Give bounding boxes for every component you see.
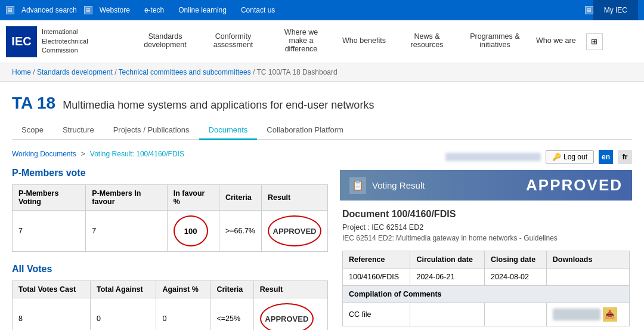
breadcrumb: Home / Standards development / Technical… — [0, 63, 644, 82]
allvotes-section-title: All Votes — [12, 264, 328, 275]
my-iec-label: My IEC — [604, 6, 627, 14]
result-row: 100/4160/FDIS 2024-06-21 2024-08-02 — [343, 269, 630, 286]
logo-line1: International — [42, 27, 88, 36]
breadcrumb-technical-committees[interactable]: Technical committees and subcommittees — [119, 68, 251, 76]
nav-conformity-assessment[interactable]: Conformity assessment — [199, 20, 267, 63]
tab-documents[interactable]: Documents — [199, 121, 258, 140]
pmembers-result-value: APPROVED — [273, 227, 317, 236]
voting-result-title: Voting Result — [372, 180, 425, 190]
pmembers-pct-cell: 100 — [167, 211, 219, 252]
compilation-row: Compilation of Comments — [343, 286, 630, 303]
logo-line3: Commission — [42, 46, 88, 55]
logout-icon: 🔑 — [552, 153, 561, 161]
left-panel: Working Documents > Voting Result: 100/4… — [12, 150, 328, 330]
pmembers-col-voting: P-Members Voting — [13, 185, 86, 211]
advanced-search-icon: ⊞ — [6, 6, 14, 14]
doc-nav: Working Documents > Voting Result: 100/4… — [12, 150, 328, 158]
allvotes-result-cell: APPROVED — [253, 298, 327, 331]
pmembers-infavour-value: 7 — [86, 211, 167, 252]
allvotes-col-result: Result — [253, 281, 327, 298]
logo-text: International Electrotechnical Commissio… — [42, 27, 88, 55]
right-panel: 🔑 Log out en fr 📋 Voting Result APPROVED… — [340, 150, 632, 330]
nav-items: Standards development Conformity assessm… — [131, 20, 638, 63]
doc-nav-current[interactable]: Voting Result: 100/4160/FDIS — [90, 150, 184, 158]
nav-where-we-make-difference[interactable]: Where we make a difference — [267, 20, 335, 63]
result-col-reference: Reference — [343, 251, 410, 269]
breadcrumb-current: TC 100/TA 18 Dashboard — [256, 68, 337, 76]
allvotes-criteria-value: <=25% — [210, 298, 253, 331]
nav-search-icon[interactable]: ⊞ — [586, 33, 603, 50]
doc-number: Document 100/4160/FDIS — [342, 209, 630, 220]
cc-file-label: CC file — [343, 303, 410, 326]
tab-projects-publications[interactable]: Projects / Publications — [104, 121, 199, 140]
cc-file-row: CC file 📥 — [343, 303, 630, 326]
nav-who-we-are[interactable]: Who we are — [529, 20, 583, 63]
cc-download-area: 📥 — [553, 307, 623, 322]
tab-collaboration-platform[interactable]: Collaboration Platform — [257, 121, 353, 140]
result-table: Reference Circulation date Closing date … — [342, 251, 630, 326]
breadcrumb-standards-development[interactable]: Standards development — [37, 68, 113, 76]
allvotes-col-total: Total Votes Cast — [13, 281, 91, 298]
pmembers-criteria-value: >=66.7% — [219, 211, 261, 252]
cc-file-download-cell: 📥 — [546, 303, 629, 326]
user-info-blurred — [445, 153, 541, 161]
voting-result-header: 📋 Voting Result APPROVED — [340, 170, 632, 201]
page-title: TA 18 Multimedia home systems and applic… — [12, 94, 632, 113]
cc-download-blurred — [553, 309, 600, 320]
contact-us-label: Contact us — [241, 6, 275, 14]
voting-result-left: 📋 Voting Result — [349, 177, 425, 194]
contact-us-link[interactable]: Contact us — [234, 0, 282, 20]
advanced-search-link[interactable]: Advanced search — [14, 0, 84, 20]
download-icon[interactable]: 📥 — [603, 307, 617, 322]
result-circulation-date: 2024-06-21 — [410, 269, 485, 286]
my-iec-button[interactable]: My IEC — [593, 0, 638, 20]
logout-button[interactable]: 🔑 Log out — [546, 150, 594, 164]
logo-box: IEC — [6, 26, 37, 57]
pmembers-row: 7 7 100 >=66.7% APPROVED — [13, 211, 328, 252]
logo[interactable]: IEC International Electrotechnical Commi… — [6, 26, 113, 57]
allvotes-pct-value: 0 — [156, 298, 210, 331]
pmembers-voting-value: 7 — [13, 211, 86, 252]
nav-bar: IEC International Electrotechnical Commi… — [0, 20, 644, 63]
nav-who-benefits[interactable]: Who benefits — [335, 20, 393, 63]
top-bar: ⊞ Advanced search ⊞ Webstore e-tech Onli… — [0, 0, 644, 20]
result-downloads — [546, 269, 629, 286]
doc-nav-parent[interactable]: Working Documents — [12, 150, 76, 158]
lang-en-button[interactable]: en — [599, 150, 613, 164]
allvotes-table: Total Votes Cast Total Against Against %… — [12, 280, 328, 330]
allvotes-result-circle: APPROVED — [260, 303, 314, 330]
pmembers-section-title: P-Members vote — [12, 168, 328, 178]
webstore-label: Webstore — [100, 6, 130, 14]
online-learning-label: Online learning — [178, 6, 227, 14]
breadcrumb-home[interactable]: Home — [12, 68, 31, 76]
page-content: TA 18 Multimedia home systems and applic… — [0, 82, 644, 330]
pmembers-col-pct: In favour % — [167, 185, 219, 211]
pmembers-col-criteria: Criteria — [219, 185, 261, 211]
tab-scope[interactable]: Scope — [12, 121, 53, 140]
pmembers-table: P-Members Voting P-Members In favour In … — [12, 184, 328, 252]
etech-link[interactable]: e-tech — [137, 0, 171, 20]
nav-news-resources[interactable]: News & resources — [393, 20, 461, 63]
result-reference: 100/4160/FDIS — [343, 269, 410, 286]
allvotes-col-criteria: Criteria — [210, 281, 253, 298]
doc-project: Project : IEC 62514 ED2 — [342, 223, 630, 232]
auth-bar: 🔑 Log out en fr — [340, 150, 632, 164]
doc-info: Document 100/4160/FDIS Project : IEC 625… — [340, 209, 632, 330]
in-favour-pct-circle: 100 — [174, 215, 208, 246]
pmembers-result-cell: APPROVED — [261, 211, 327, 252]
compilation-label: Compilation of Comments — [343, 286, 630, 303]
tab-structure[interactable]: Structure — [53, 121, 104, 140]
title-description: Multimedia home systems and applications… — [63, 99, 374, 112]
webstore-link[interactable]: Webstore — [92, 0, 137, 20]
allvotes-result-value: APPROVED — [265, 314, 308, 323]
in-favour-pct-value: 100 — [184, 227, 197, 236]
nav-programmes-initiatives[interactable]: Programmes & initiatives — [461, 20, 529, 63]
lang-fr-button[interactable]: fr — [618, 150, 632, 164]
nav-standards-development[interactable]: Standards development — [131, 20, 199, 63]
logo-line2: Electrotechnical — [42, 37, 88, 46]
main-layout: Working Documents > Voting Result: 100/4… — [12, 150, 632, 330]
pmembers-result-circle: APPROVED — [268, 215, 321, 246]
online-learning-link[interactable]: Online learning — [171, 0, 234, 20]
tab-bar: Scope Structure Projects / Publications … — [12, 121, 632, 140]
allvotes-col-pct: Against % — [156, 281, 210, 298]
